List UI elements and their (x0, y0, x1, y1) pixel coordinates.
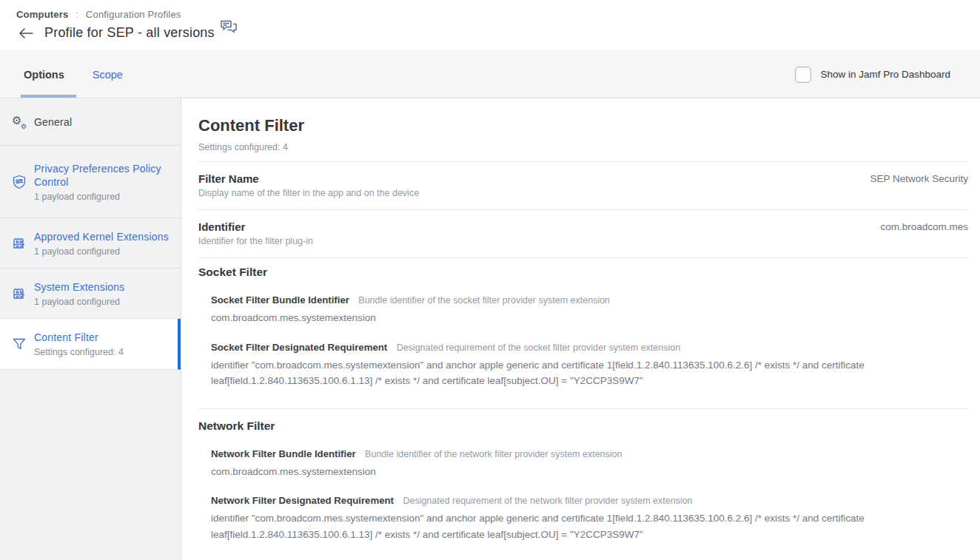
field-label: Socket Filter Designated Requirement (211, 342, 387, 353)
field-value: identifier "com.broadcom.mes.systemexten… (211, 357, 968, 389)
field-value: identifier "com.broadcom.mes.systemexten… (211, 510, 968, 542)
show-in-dashboard-label: Show in Jamf Pro Dashboard (820, 69, 950, 80)
sidebar-item-approved-kernel-extensions[interactable]: Approved Kernel Extensions 1 payload con… (0, 218, 181, 269)
identifier-value: com.broadcom.mes (880, 220, 968, 232)
breadcrumb-configuration-profiles[interactable]: Configuration Profiles (86, 9, 181, 20)
network-filter-designated-requirement-field: Network Filter Designated Requirement De… (211, 493, 968, 542)
field-description: Designated requirement of the socket fil… (397, 343, 681, 353)
back-arrow-icon (19, 28, 33, 38)
divider (198, 408, 968, 409)
socket-filter-section: Socket Filter Socket Filter Bundle Ident… (198, 265, 968, 389)
field-label: Network Filter Bundle Identifier (211, 448, 356, 459)
sidebar-item-sub: 1 payload configured (34, 192, 173, 202)
extension-icon (11, 286, 27, 301)
show-in-dashboard-checkbox[interactable] (795, 67, 811, 83)
show-in-dashboard-toggle[interactable]: Show in Jamf Pro Dashboard (795, 67, 950, 83)
divider (198, 257, 968, 258)
identifier-description: Identifier for the filter plug-in (198, 235, 313, 247)
payload-sidebar: ⚙⚙ General Privacy Preferences Policy C (0, 98, 181, 560)
field-description: Designated requirement of the network fi… (403, 496, 692, 506)
network-filter-section: Network Filter Network Filter Bundle Ide… (198, 419, 968, 543)
tab-bar: Options Scope Show in Jamf Pro Dashboard (0, 50, 980, 98)
breadcrumb-computers[interactable]: Computers (16, 9, 68, 20)
conversation-icon[interactable] (219, 19, 238, 38)
sidebar-item-sub: 1 payload configured (34, 297, 124, 307)
socket-filter-bundle-identifier-field: Socket Filter Bundle Identifier Bundle i… (211, 293, 968, 326)
field-description: Bundle identifier of the network filter … (365, 449, 622, 459)
sidebar-item-content-filter[interactable]: Content Filter Settings configured: 4 (0, 319, 181, 370)
network-filter-section-title: Network Filter (198, 419, 968, 433)
gears-icon: ⚙⚙ (11, 115, 27, 129)
filter-name-value: SEP Network Security (870, 172, 968, 184)
tab-options-label: Options (24, 69, 64, 81)
field-label: Network Filter Designated Requirement (211, 495, 394, 506)
filter-name-row: Filter Name Display name of the filter i… (198, 162, 968, 209)
identifier-row: Identifier Identifier for the filter plu… (198, 210, 968, 257)
field-label: Socket Filter Bundle Identifier (211, 294, 349, 306)
shield-sliders-icon (11, 175, 27, 189)
back-button[interactable] (16, 26, 36, 41)
network-filter-bundle-identifier-field: Network Filter Bundle Identifier Bundle … (211, 447, 968, 480)
sidebar-item-general[interactable]: ⚙⚙ General (0, 98, 181, 146)
sidebar-item-label: Approved Kernel Extensions (34, 231, 169, 243)
field-value: com.broadcom.mes.systemextension (211, 464, 968, 480)
content-subtitle: Settings configured: 4 (198, 141, 968, 153)
sidebar-item-sub: Settings configured: 4 (34, 347, 124, 357)
tab-scope[interactable]: Scope (91, 51, 124, 98)
breadcrumb: Computers : Configuration Profiles (16, 9, 980, 20)
filter-name-description: Display name of the filter in the app an… (198, 187, 419, 199)
funnel-icon (11, 337, 27, 351)
content-title: Content Filter (198, 115, 968, 137)
sidebar-item-sub: 1 payload configured (34, 246, 169, 257)
active-tab-underline (21, 95, 76, 98)
sidebar-item-label: General (34, 116, 72, 128)
page-title: Profile for SEP - all versions (44, 25, 215, 41)
field-description: Bundle identifier of the socket filter p… (358, 295, 610, 306)
content-panel: Content Filter Settings configured: 4 Fi… (181, 98, 980, 560)
breadcrumb-separator: : (75, 9, 78, 20)
filter-name-label: Filter Name (198, 172, 419, 186)
socket-filter-designated-requirement-field: Socket Filter Designated Requirement Des… (211, 340, 968, 389)
extension-icon (11, 236, 27, 251)
socket-filter-section-title: Socket Filter (198, 265, 968, 279)
tab-scope-label: Scope (93, 69, 123, 81)
sidebar-item-label: System Extensions (34, 281, 124, 293)
sidebar-item-system-extensions[interactable]: System Extensions 1 payload configured (0, 269, 181, 319)
identifier-label: Identifier (198, 220, 313, 234)
field-value: com.broadcom.mes.systemextension (211, 310, 968, 326)
tab-options[interactable]: Options (22, 51, 66, 98)
sidebar-item-label: Content Filter (34, 331, 98, 343)
sidebar-item-label: Privacy Preferences Policy Control (34, 163, 161, 188)
app-header: Computers : Configuration Profiles Profi… (0, 0, 980, 50)
sidebar-item-privacy-preferences[interactable]: Privacy Preferences Policy Control 1 pay… (0, 146, 181, 218)
